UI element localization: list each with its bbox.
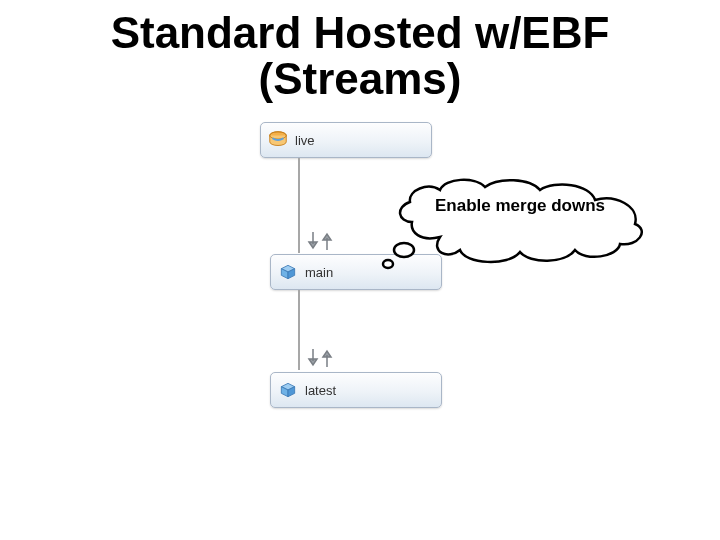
stream-node-latest: latest — [270, 372, 442, 408]
page-title: Standard Hosted w/EBF (Streams) — [0, 0, 720, 102]
title-line-2: (Streams) — [259, 54, 462, 103]
svg-point-2 — [394, 243, 414, 257]
diagram-canvas: live main — [0, 102, 720, 522]
arrow-up-icon — [321, 230, 333, 252]
callout-text: Enable merge downs — [435, 196, 605, 216]
arrow-down-icon — [307, 347, 319, 369]
stream-node-live: live — [260, 122, 432, 158]
stream-label-live: live — [295, 133, 315, 148]
callout-cloud: Enable merge downs — [380, 172, 660, 272]
stream-label-latest: latest — [305, 383, 336, 398]
merge-arrows-main-latest — [305, 347, 335, 369]
box-icon — [277, 261, 299, 283]
connector-main-latest — [298, 290, 300, 370]
cloud-icon — [380, 172, 660, 272]
stream-label-main: main — [305, 265, 333, 280]
svg-point-3 — [383, 260, 393, 268]
disk-icon — [267, 129, 289, 151]
merge-arrows-live-main — [305, 230, 335, 252]
arrow-down-icon — [307, 230, 319, 252]
title-line-1: Standard Hosted w/EBF — [111, 8, 610, 57]
connector-live-main — [298, 158, 300, 253]
arrow-up-icon — [321, 347, 333, 369]
box-icon — [277, 379, 299, 401]
